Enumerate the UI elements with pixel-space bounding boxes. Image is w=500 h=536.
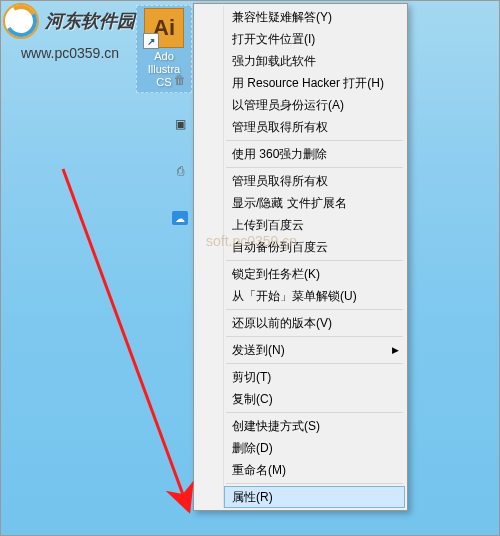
context-menu-item[interactable]: 管理员取得所有权: [224, 116, 405, 138]
context-menu-item[interactable]: 发送到(N)▶: [224, 339, 405, 361]
menu-separator: [226, 363, 403, 364]
menu-item-label: 用 Resource Hacker 打开(H): [232, 76, 384, 90]
context-menu-item[interactable]: 自动备份到百度云: [224, 236, 405, 258]
menu-separator: [226, 412, 403, 413]
context-menu-item[interactable]: 显示/隐藏 文件扩展名: [224, 192, 405, 214]
printer-icon: ⎙: [172, 163, 188, 179]
context-menu-item[interactable]: 上传到百度云: [224, 214, 405, 236]
menu-item-label: 发送到(N): [232, 343, 285, 357]
context-menu-item[interactable]: 使用 360强力删除: [224, 143, 405, 165]
menu-item-label: 创建快捷方式(S): [232, 419, 320, 433]
context-menu-item[interactable]: 剪切(T): [224, 366, 405, 388]
context-menu-item[interactable]: 锁定到任务栏(K): [224, 263, 405, 285]
menu-item-label: 属性(R): [232, 490, 273, 504]
menu-separator: [226, 483, 403, 484]
context-menu-item[interactable]: 从「开始」菜单解锁(U): [224, 285, 405, 307]
menu-separator: [226, 336, 403, 337]
menu-item-label: 还原以前的版本(V): [232, 316, 332, 330]
menu-item-label: 兼容性疑难解答(Y): [232, 10, 332, 24]
menu-item-label: 自动备份到百度云: [232, 240, 328, 254]
site-logo-icon: [3, 3, 39, 39]
trash-icon: 🗑: [172, 72, 188, 88]
menu-item-label: 强力卸载此软件: [232, 54, 316, 68]
terminal-icon: ▣: [172, 116, 188, 132]
menu-item-label: 剪切(T): [232, 370, 271, 384]
menu-item-label: 重命名(M): [232, 463, 286, 477]
context-menu-item[interactable]: 复制(C): [224, 388, 405, 410]
submenu-arrow-icon: ▶: [392, 343, 399, 357]
context-menu-gutter: 🗑 ▣ ⎙ ☁: [196, 6, 224, 508]
menu-item-label: 管理员取得所有权: [232, 174, 328, 188]
context-menu-item[interactable]: 强力卸载此软件: [224, 50, 405, 72]
menu-separator: [226, 167, 403, 168]
context-menu-item[interactable]: 重命名(M): [224, 459, 405, 481]
menu-item-label: 使用 360强力删除: [232, 147, 327, 161]
context-menu-item[interactable]: 以管理员身份运行(A): [224, 94, 405, 116]
context-menu-item[interactable]: 兼容性疑难解答(Y): [224, 6, 405, 28]
context-menu-item[interactable]: 创建快捷方式(S): [224, 415, 405, 437]
menu-item-label: 打开文件位置(I): [232, 32, 315, 46]
context-menu: 🗑 ▣ ⎙ ☁ 兼容性疑难解答(Y)打开文件位置(I)强力卸载此软件用 Reso…: [193, 3, 408, 511]
site-url: www.pc0359.cn: [21, 45, 119, 61]
app-icon-illustrator: Ai: [144, 8, 184, 48]
site-logo-text: 河东软件园: [45, 9, 135, 33]
context-menu-item[interactable]: 属性(R): [224, 486, 405, 508]
menu-item-label: 从「开始」菜单解锁(U): [232, 289, 357, 303]
desktop: 河东软件园 www.pc0359.cn Ai Ado Illustra CS 🗑…: [1, 1, 499, 535]
context-menu-item[interactable]: 管理员取得所有权: [224, 170, 405, 192]
menu-separator: [226, 140, 403, 141]
context-menu-item[interactable]: 打开文件位置(I): [224, 28, 405, 50]
menu-separator: [226, 309, 403, 310]
menu-item-label: 锁定到任务栏(K): [232, 267, 320, 281]
context-menu-item[interactable]: 还原以前的版本(V): [224, 312, 405, 334]
context-menu-item[interactable]: 删除(D): [224, 437, 405, 459]
svg-line-0: [63, 169, 189, 511]
menu-item-label: 以管理员身份运行(A): [232, 98, 344, 112]
menu-item-label: 删除(D): [232, 441, 273, 455]
context-menu-item[interactable]: 用 Resource Hacker 打开(H): [224, 72, 405, 94]
branding-logo-area: 河东软件园: [3, 3, 135, 39]
menu-item-label: 显示/隐藏 文件扩展名: [232, 196, 347, 210]
menu-item-label: 管理员取得所有权: [232, 120, 328, 134]
cloud-icon: ☁: [172, 211, 188, 225]
menu-item-label: 复制(C): [232, 392, 273, 406]
menu-item-label: 上传到百度云: [232, 218, 304, 232]
label-line: Ado: [139, 50, 189, 63]
menu-separator: [226, 260, 403, 261]
